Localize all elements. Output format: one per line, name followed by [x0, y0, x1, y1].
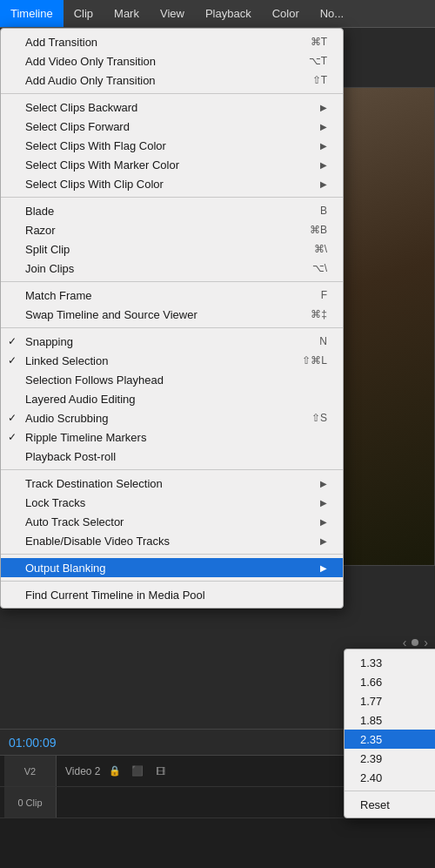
menu-mark[interactable]: Mark [104, 0, 150, 27]
menu-playback[interactable]: Playback [195, 0, 262, 27]
menu-item-add-audio-transition[interactable]: Add Audio Only Transition ⇧T [1, 71, 343, 90]
track-icons-v2: Video 2 🔒 ⬛ 🎞 [57, 764, 177, 779]
menu-view[interactable]: View [150, 0, 195, 27]
menu-item-snapping[interactable]: ✓ Snapping N [1, 332, 343, 351]
menu-item-selection-follows-playhead[interactable]: Selection Follows Playhead [1, 370, 343, 389]
menu-item-lock-tracks[interactable]: Lock Tracks ▶ [1, 493, 343, 512]
timeline-time: 01:00:09 [9, 736, 57, 750]
track-label-v2: V2 [4, 756, 57, 786]
separator-7 [1, 581, 343, 582]
separator-5 [1, 469, 343, 470]
menu-item-add-transition[interactable]: Add Transition ⌘T [1, 32, 343, 51]
menu-item-enable-disable-video[interactable]: Enable/Disable Video Tracks ▶ [1, 531, 343, 550]
nav-dot [412, 639, 418, 646]
menu-item-select-backward[interactable]: Select Clips Backward ▶ [1, 98, 343, 117]
submenu-separator [345, 791, 435, 791]
track-label-clips: 0 Clip [4, 787, 57, 818]
menu-item-select-flag-color[interactable]: Select Clips With Flag Color ▶ [1, 136, 343, 155]
menu-no[interactable]: No... [310, 0, 354, 27]
menu-item-razor[interactable]: Razor ⌘B [1, 220, 343, 239]
separator-2 [1, 197, 343, 198]
dropdown-menu: Add Transition ⌘T Add Video Only Transit… [0, 28, 344, 609]
separator-3 [1, 281, 343, 282]
output-blanking-submenu: 1.33 1.66 1.77 1.85 2.35 2.39 2.40 Reset [344, 649, 435, 818]
menu-item-layered-audio[interactable]: Layered Audio Editing [1, 389, 343, 408]
nav-arrows: ‹ › [403, 636, 428, 649]
menu-item-track-destination[interactable]: Track Destination Selection ▶ [1, 474, 343, 493]
submenu-item-reset[interactable]: Reset [345, 795, 435, 814]
menu-item-find-timeline[interactable]: Find Current Timeline in Media Pool [1, 585, 343, 604]
submenu-item-166[interactable]: 1.66 [345, 672, 435, 691]
film-icon[interactable]: 🎞 [152, 764, 168, 779]
menu-color[interactable]: Color [262, 0, 310, 27]
submenu-item-239[interactable]: 2.39 [345, 749, 435, 768]
menu-item-match-frame[interactable]: Match Frame F [1, 286, 343, 305]
menu-item-swap-timeline[interactable]: Swap Timeline and Source Viewer ⌘‡ [1, 305, 343, 324]
menu-item-output-blanking[interactable]: Output Blanking ▶ [1, 558, 343, 577]
separator-1 [1, 93, 343, 94]
menu-item-join-clips[interactable]: Join Clips ⌥\ [1, 259, 343, 278]
menu-item-ripple-markers[interactable]: ✓ Ripple Timeline Markers [1, 427, 343, 447]
menu-item-audio-scrubbing[interactable]: ✓ Audio Scrubbing ⇧S [1, 408, 343, 427]
menu-timeline[interactable]: Timeline [0, 0, 64, 27]
track-name-v2: Video 2 [65, 765, 100, 777]
menu-item-linked-selection[interactable]: ✓ Linked Selection ⇧⌘L [1, 351, 343, 370]
submenu-item-177[interactable]: 1.77 [345, 691, 435, 710]
menu-item-select-forward[interactable]: Select Clips Forward ▶ [1, 117, 343, 136]
menu-item-select-marker-color[interactable]: Select Clips With Marker Color ▶ [1, 155, 343, 174]
menu-item-split-clip[interactable]: Split Clip ⌘\ [1, 239, 343, 259]
submenu-item-185[interactable]: 1.85 [345, 710, 435, 730]
video-preview [339, 87, 435, 566]
menu-item-playback-postroll[interactable]: Playback Post-roll [1, 447, 343, 466]
separator-4 [1, 327, 343, 328]
clip-icon[interactable]: ⬛ [130, 764, 145, 779]
submenu-item-240[interactable]: 2.40 [345, 768, 435, 787]
menu-bar: Timeline Clip Mark View Playback Color N… [0, 0, 435, 28]
menu-item-auto-track-selector[interactable]: Auto Track Selector ▶ [1, 512, 343, 531]
menu-item-select-clip-color[interactable]: Select Clips With Clip Color ▶ [1, 174, 343, 193]
submenu-item-133[interactable]: 1.33 [345, 653, 435, 672]
lock-icon[interactable]: 🔒 [107, 764, 123, 779]
nav-arrow-right[interactable]: › [424, 636, 428, 649]
separator-6 [1, 554, 343, 555]
nav-arrow-left[interactable]: ‹ [403, 636, 407, 649]
menu-clip[interactable]: Clip [64, 0, 104, 27]
menu-item-add-video-transition[interactable]: Add Video Only Transition ⌥T [1, 51, 343, 71]
menu-item-blade[interactable]: Blade B [1, 201, 343, 220]
submenu-item-235[interactable]: 2.35 [345, 730, 435, 749]
